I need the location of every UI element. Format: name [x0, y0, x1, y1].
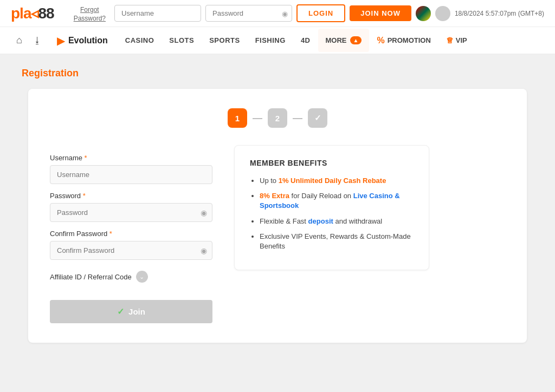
evolution-label: Evolution: [68, 36, 108, 45]
casino-nav-link[interactable]: CASINO: [118, 28, 162, 53]
slots-nav-link[interactable]: SLOTS: [162, 28, 202, 53]
vip-label: VIP: [456, 36, 467, 44]
reg-confirm-wrap: ◉: [50, 241, 212, 260]
reg-password-input[interactable]: [50, 203, 212, 222]
benefit-item-2: 8% Extra for Daily Reload on Live Casino…: [260, 191, 414, 211]
avatar-icon[interactable]: [435, 6, 450, 21]
page-title: Registration: [22, 68, 533, 79]
logo-text: pla: [11, 5, 31, 22]
benefit-item-4: Exclusive VIP Events, Rewards & Custom-M…: [260, 232, 414, 251]
forgot-password-link[interactable]: Forgot Password?: [74, 6, 106, 22]
top-bar: pla◃88 Forgot Password? ◉ LOGIN JOIN NOW…: [0, 0, 555, 27]
password-required: *: [83, 192, 86, 200]
affiliate-label: Affiliate ID / Referral Code: [50, 273, 132, 281]
home-icon-btn[interactable]: ⌂: [11, 27, 28, 54]
password-wrap: ◉: [205, 5, 292, 22]
step-done: ✓: [308, 108, 327, 128]
chevron-down-icon: ⌄: [136, 271, 148, 283]
affiliate-row[interactable]: Affiliate ID / Referral Code ⌄: [50, 271, 212, 283]
login-button[interactable]: LOGIN: [296, 4, 345, 22]
logo-number: 88: [38, 5, 54, 22]
username-required: *: [85, 154, 87, 162]
step-dash-2: —: [293, 113, 302, 124]
join-form-label: Join: [128, 307, 145, 316]
promo-icon: %: [377, 36, 384, 45]
benefit-item-1: Up to 1% Unlimited Daily Cash Rebate: [260, 176, 414, 186]
confirm-eye-icon: ◉: [201, 246, 207, 255]
more-badge: ▲: [350, 36, 362, 44]
fourd-nav-link[interactable]: 4D: [293, 28, 318, 53]
flag-icon[interactable]: [416, 6, 431, 21]
confirm-label: Confirm Password *: [50, 230, 212, 238]
registration-card: 1 — 2 — ✓ Username * Password * ◉: [28, 89, 527, 343]
main-content: Registration 1 — 2 — ✓ Username * Passwo…: [0, 55, 555, 369]
evolution-nav[interactable]: ▶ Evolution: [47, 30, 118, 51]
vip-nav[interactable]: ♕ VIP: [438, 28, 475, 53]
more-label: MORE: [326, 36, 347, 44]
reg-form: Username * Password * ◉ Confirm Password…: [50, 145, 212, 323]
vip-icon: ♕: [446, 36, 453, 45]
step-1: 1: [228, 108, 247, 128]
member-benefits-card: MEMBER BENEFITS Up to 1% Unlimited Daily…: [234, 145, 429, 270]
benefits-list: Up to 1% Unlimited Daily Cash Rebate 8% …: [250, 176, 414, 251]
step-dash-1: —: [253, 113, 262, 124]
promo-label: PROMOTION: [388, 36, 431, 44]
reg-username-input[interactable]: [50, 165, 212, 184]
username-label: Username *: [50, 154, 212, 162]
benefit-item-3: Flexible & Fast deposit and withdrawal: [260, 217, 414, 226]
sports-nav-link[interactable]: SPORTS: [202, 28, 247, 53]
evolution-icon: ▶: [57, 34, 65, 47]
username-input[interactable]: [114, 5, 201, 22]
stepper: 1 — 2 — ✓: [50, 108, 505, 128]
step-2: 2: [268, 108, 287, 128]
download-icon-btn[interactable]: ⭳: [28, 28, 47, 53]
password-label: Password *: [50, 192, 212, 200]
confirm-required: *: [109, 230, 112, 238]
fishing-nav-link[interactable]: FISHING: [248, 28, 293, 53]
benefits-title: MEMBER BENEFITS: [250, 159, 414, 167]
password-eye-icon: ◉: [201, 208, 207, 217]
logo: pla◃88: [11, 4, 54, 22]
reg-password-wrap: ◉: [50, 203, 212, 222]
reg-confirm-input[interactable]: [50, 241, 212, 260]
join-form-button[interactable]: ✓ Join: [50, 300, 212, 323]
datetime: 18/8/2024 5:57:07pm (GMT+8): [455, 10, 544, 17]
more-nav[interactable]: MORE ▲: [318, 29, 370, 52]
auth-area: ◉ LOGIN JOIN NOW 18/8/2024 5:57:07pm (GM…: [114, 4, 544, 22]
reg-body: Username * Password * ◉ Confirm Password…: [50, 145, 505, 323]
password-input[interactable]: [205, 5, 292, 22]
join-check-icon: ✓: [117, 306, 124, 317]
eye-icon: ◉: [282, 9, 288, 17]
promotion-nav[interactable]: % PROMOTION: [369, 28, 438, 53]
nav-bar: ⌂ ⭳ ▶ Evolution CASINO SLOTS SPORTS FISH…: [0, 27, 555, 55]
join-button[interactable]: JOIN NOW: [350, 5, 411, 21]
